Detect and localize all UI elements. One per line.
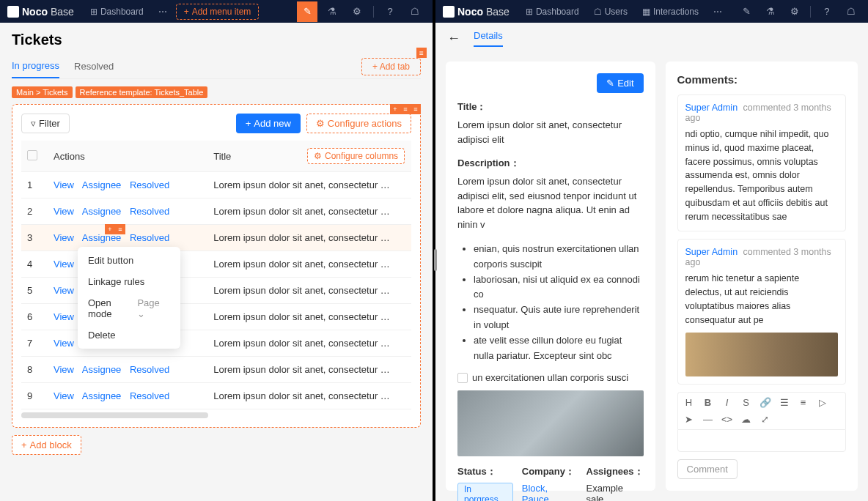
dropdown-open-mode[interactable]: Open mode Page ⌄ bbox=[78, 292, 180, 324]
dropdown-open-mode-label: Open mode bbox=[88, 297, 137, 319]
nav-interactions[interactable]: ▦Interactions bbox=[636, 4, 705, 20]
configure-columns-button[interactable]: ⚙ Configure columns bbox=[307, 148, 405, 164]
edit-button[interactable]: ✎ Edit bbox=[597, 73, 643, 93]
comments-title: Comments: bbox=[677, 73, 846, 86]
code-icon[interactable]: <> bbox=[721, 414, 734, 425]
nav-more[interactable]: ⋯ bbox=[152, 4, 173, 20]
bold-icon[interactable]: B bbox=[702, 397, 715, 408]
tab-resolved[interactable]: Resolved bbox=[74, 55, 114, 78]
help-icon[interactable]: ? bbox=[380, 1, 400, 22]
back-arrow-icon[interactable]: ← bbox=[447, 31, 460, 46]
heading-icon[interactable]: H bbox=[683, 397, 696, 408]
nav-dashboard[interactable]: ⊞ Dashboard bbox=[84, 4, 150, 20]
comment-button[interactable]: Comment bbox=[677, 459, 738, 479]
tab-details[interactable]: Details bbox=[474, 30, 503, 47]
comment-author[interactable]: Super Admin bbox=[685, 103, 738, 113]
filter-icon: ▿ bbox=[31, 118, 36, 129]
list-ul-icon[interactable]: ☰ bbox=[778, 397, 791, 408]
action-assignee[interactable]: Assignee bbox=[82, 179, 121, 190]
row-menu-icon[interactable]: ≡ bbox=[115, 224, 125, 234]
logo-icon bbox=[7, 6, 19, 18]
add-menu-item-button[interactable]: + Add menu item bbox=[176, 4, 260, 20]
row-title: Lorem ipsun dolor sit anet, consectetur … bbox=[207, 278, 411, 304]
nav-users[interactable]: ☖Users bbox=[588, 4, 633, 20]
user-icon[interactable]: ☖ bbox=[405, 1, 425, 22]
action-view[interactable]: View bbox=[54, 285, 74, 296]
action-resolved[interactable]: Resolved bbox=[130, 232, 169, 243]
help-icon[interactable]: ? bbox=[817, 1, 836, 22]
pen-icon[interactable]: ✎ bbox=[737, 1, 757, 22]
action-view[interactable]: View bbox=[54, 390, 74, 401]
left-body: Tickets ≡ In progress Resolved + Add tab… bbox=[0, 23, 433, 501]
comment-body: rerum hic tenetur a sapiente delectus, u… bbox=[685, 272, 838, 327]
row-number: 7 bbox=[21, 330, 48, 357]
corner-add-icon[interactable]: + bbox=[390, 104, 400, 114]
select-all-checkbox[interactable] bbox=[27, 150, 37, 160]
gear-icon[interactable]: ⚙ bbox=[347, 1, 367, 22]
action-view[interactable]: View bbox=[54, 311, 74, 322]
action-view[interactable]: View bbox=[54, 364, 74, 375]
link-icon[interactable]: 🔗 bbox=[759, 397, 772, 408]
action-resolved[interactable]: Resolved bbox=[130, 390, 169, 401]
row-title: Lorem ipsun dolor sit anet, consectetur … bbox=[207, 383, 411, 409]
nav-more[interactable]: ⋯ bbox=[707, 4, 728, 20]
quote-icon[interactable]: ▷ bbox=[816, 397, 829, 408]
action-resolved[interactable]: Resolved bbox=[130, 206, 169, 217]
action-assignee[interactable]: Assignee bbox=[82, 206, 121, 217]
dropdown-linkage-rules[interactable]: Linkage rules bbox=[78, 271, 180, 292]
action-assignee[interactable]: Assignee bbox=[82, 390, 121, 401]
add-new-button[interactable]: + Add new bbox=[236, 114, 301, 133]
comment-editor[interactable] bbox=[677, 429, 846, 452]
bullet-item: enian, quis nostrun exercitationen ullan… bbox=[474, 242, 644, 272]
comment-author[interactable]: Super Admin bbox=[685, 247, 738, 257]
status-label: Status： bbox=[457, 465, 513, 478]
logo[interactable]: NocoBase bbox=[443, 6, 510, 18]
user-icon[interactable]: ☖ bbox=[841, 1, 861, 22]
gear-icon[interactable]: ⚙ bbox=[785, 1, 805, 22]
add-tab-button[interactable]: + Add tab bbox=[361, 58, 421, 75]
corner-menu-icon[interactable]: ≡ bbox=[400, 104, 411, 114]
pen-icon[interactable]: ✎ bbox=[297, 1, 317, 22]
send-icon[interactable]: ➤ bbox=[683, 414, 696, 425]
horizontal-scrollbar[interactable] bbox=[21, 412, 208, 418]
crumb-ref: Reference template: Tickets_Table bbox=[76, 86, 208, 98]
action-view[interactable]: View bbox=[54, 179, 74, 190]
plugin-icon[interactable]: ⚗ bbox=[322, 1, 342, 22]
action-view[interactable]: View bbox=[54, 338, 74, 349]
action-assignee[interactable]: Assignee bbox=[82, 364, 121, 375]
task-checkbox[interactable] bbox=[457, 373, 468, 383]
row-add-icon[interactable]: + bbox=[105, 224, 115, 234]
dropdown-delete[interactable]: Delete bbox=[78, 324, 180, 346]
action-resolved[interactable]: Resolved bbox=[130, 179, 169, 190]
corner-drag-icon[interactable]: ≡ bbox=[411, 104, 421, 114]
filter-button[interactable]: ▿ Filter bbox=[21, 114, 70, 133]
description-label: Description： bbox=[457, 157, 644, 170]
action-view[interactable]: View bbox=[54, 259, 74, 270]
plugin-icon[interactable]: ⚗ bbox=[761, 1, 781, 22]
action-view[interactable]: View bbox=[54, 206, 74, 217]
company-link[interactable]: Block, Pauce… bbox=[522, 483, 559, 501]
pane-divider[interactable] bbox=[434, 249, 437, 271]
expand-icon[interactable]: ⤢ bbox=[759, 414, 772, 425]
action-view[interactable]: View bbox=[54, 232, 74, 243]
list-ol-icon[interactable]: ≡ bbox=[797, 397, 810, 408]
action-resolved[interactable]: Resolved bbox=[130, 364, 169, 375]
configure-actions-button[interactable]: ⚙ Configure actions bbox=[306, 114, 411, 133]
bullet-item: laboriosan, nisi ut aliquid ex ea connod… bbox=[474, 272, 644, 303]
nav-dashboard[interactable]: ⊞Dashboard bbox=[520, 4, 585, 20]
add-block-button[interactable]: + Add block bbox=[12, 435, 81, 455]
tab-in-progress[interactable]: In progress bbox=[12, 54, 59, 78]
company-label: Company： bbox=[522, 465, 578, 478]
upload-icon[interactable]: ☁ bbox=[740, 414, 753, 425]
drag-handle-icon[interactable]: ≡ bbox=[416, 48, 427, 58]
action-dropdown: Edit button Linkage rules Open mode Page… bbox=[78, 247, 180, 349]
users-icon: ☖ bbox=[594, 7, 602, 17]
hr-icon[interactable]: — bbox=[702, 414, 715, 425]
title-label: Title： bbox=[457, 100, 644, 114]
col-actions: Actions bbox=[48, 141, 207, 172]
strike-icon[interactable]: S bbox=[740, 397, 753, 408]
col-title: Title bbox=[207, 141, 301, 172]
dropdown-edit-button[interactable]: Edit button bbox=[78, 250, 180, 271]
italic-icon[interactable]: I bbox=[721, 397, 734, 408]
logo[interactable]: NocoBase bbox=[7, 6, 74, 18]
